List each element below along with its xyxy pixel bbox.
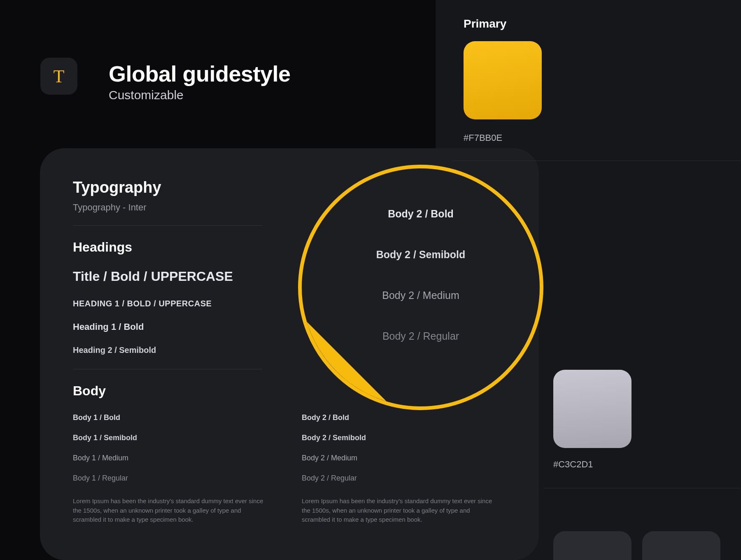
- typography-section-title: Typography: [73, 179, 506, 196]
- body1-lorem: Lorem Ipsum has been the industry's stan…: [73, 497, 266, 525]
- primary-color-title: Primary: [464, 17, 506, 30]
- body2-bold: Body 2 / Bold: [302, 413, 495, 422]
- grey-hex-label: #C3C2D1: [553, 459, 593, 470]
- page-title: Global guidestyle: [109, 61, 291, 86]
- typography-t-icon: T: [54, 66, 65, 87]
- primary-hex-label: #F7BB0E: [464, 133, 502, 143]
- headings-title: Headings: [73, 240, 506, 255]
- typography-section-subtitle: Typography - Inter: [73, 202, 506, 213]
- grey-color-swatch[interactable]: [553, 370, 631, 448]
- body2-semibold: Body 2 / Semibold: [302, 434, 495, 442]
- typography-card: Typography Typography - Inter Headings T…: [40, 148, 539, 560]
- body2-regular: Body 2 / Regular: [302, 474, 495, 483]
- body2-medium: Body 2 / Medium: [302, 454, 495, 462]
- typography-app-icon: T: [40, 58, 77, 95]
- body1-semibold: Body 1 / Semibold: [73, 434, 266, 442]
- swatch-placeholder[interactable]: [642, 531, 720, 560]
- divider: [73, 369, 262, 369]
- body1-bold: Body 1 / Bold: [73, 413, 266, 422]
- body2-lorem: Lorem Ipsum has been the industry's stan…: [302, 497, 495, 525]
- swatch-placeholder[interactable]: [553, 531, 631, 560]
- body1-regular: Body 1 / Regular: [73, 474, 266, 483]
- primary-color-swatch[interactable]: [464, 41, 542, 119]
- heading-sample-h1-bold: Heading 1 / Bold: [73, 322, 506, 332]
- divider: [73, 225, 262, 226]
- heading-sample-title: Title / Bold / UPPERCASE: [73, 269, 506, 284]
- body-col-1: Body 1 / Bold Body 1 / Semibold Body 1 /…: [73, 413, 266, 525]
- divider: [543, 488, 741, 488]
- heading-sample-h2-semi: Heading 2 / Semibold: [73, 345, 506, 355]
- heading-sample-h1-upper: HEADING 1 / BOLD / UPPERCASE: [73, 299, 506, 308]
- body-col-2: Body 2 / Bold Body 2 / Semibold Body 2 /…: [302, 413, 495, 525]
- body1-medium: Body 1 / Medium: [73, 454, 266, 462]
- page-subtitle: Customizable: [109, 88, 184, 102]
- body-title: Body: [73, 383, 506, 399]
- divider: [452, 161, 741, 161]
